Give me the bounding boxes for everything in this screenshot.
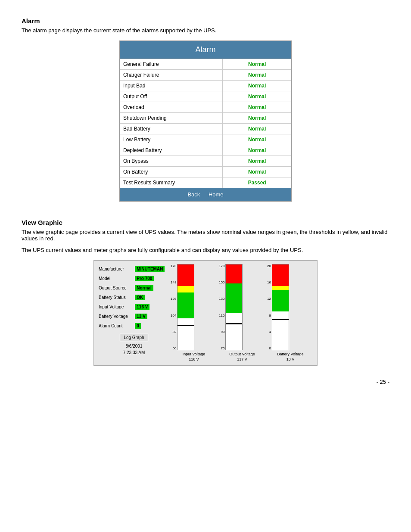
alarm-row: Depleted BatteryNormal: [120, 145, 291, 156]
alarm-panel: Alarm General FailureNormalCharger Failu…: [119, 40, 292, 202]
alarm-table: General FailureNormalCharger FailureNorm…: [120, 59, 291, 188]
view-graphic-desc2: The UPS current values and meter graphs …: [22, 247, 389, 253]
alarm-row: On BypassNormal: [120, 156, 291, 167]
info-label: Battery Voltage: [97, 311, 134, 321]
alarm-footer: Back Home: [120, 188, 291, 201]
alarm-status: Passed: [223, 177, 291, 188]
info-row: Input Voltage116 V: [97, 302, 171, 311]
alarm-row: General FailureNormal: [120, 59, 291, 70]
home-link[interactable]: Home: [209, 191, 224, 198]
info-row: Battery Voltage13 V: [97, 311, 171, 321]
chart-label: Output Voltage117 V: [229, 352, 255, 362]
y-axis: 201612840: [267, 264, 272, 350]
info-row: ManufacturerMINUTEMAN: [97, 264, 171, 274]
alarm-label: Charger Failure: [120, 70, 223, 81]
alarm-status: Normal: [223, 156, 291, 167]
log-btn-area: Log Graph 8/6/2001 7:23:33 AM: [97, 334, 171, 356]
alarm-label: On Bypass: [120, 156, 223, 167]
info-row: ModelPro 700: [97, 274, 171, 283]
alarm-row: Shutdown PendingNormal: [120, 113, 291, 124]
info-label: Manufacturer: [97, 264, 134, 274]
alarm-label: On Battery: [120, 167, 223, 177]
alarm-row: Output OffNormal: [120, 91, 291, 102]
alarm-title: Alarm: [22, 17, 389, 25]
info-value: 13 V: [134, 311, 171, 321]
chart-wrapper: 1701481261048260: [171, 264, 217, 350]
chart-column: 201612840Battery Voltage13 V: [267, 264, 314, 362]
alarm-label: Bad Battery: [120, 124, 223, 134]
info-value: MINUTEMAN: [134, 264, 171, 274]
info-label: Output Source: [97, 283, 134, 292]
alarm-label: Depleted Battery: [120, 145, 223, 156]
graphic-panel: ManufacturerMINUTEMANModelPro 700Output …: [93, 260, 318, 366]
alarm-row: Bad BatteryNormal: [120, 124, 291, 134]
bar-container: [177, 264, 194, 350]
bar-container: [225, 264, 243, 350]
alarm-label: Test Results Summary: [120, 177, 223, 188]
graphic-info-panel: ManufacturerMINUTEMANModelPro 700Output …: [97, 264, 171, 362]
bar-needle: [177, 325, 194, 326]
alarm-status: Normal: [223, 81, 291, 91]
log-date: 8/6/2001 7:23:33 AM: [97, 343, 171, 356]
alarm-desc: The alarm page displays the current stat…: [22, 27, 389, 34]
alarm-status: Normal: [223, 134, 291, 145]
info-value: OK: [134, 292, 171, 302]
info-label: Input Voltage: [97, 302, 134, 311]
alarm-status: Normal: [223, 102, 291, 113]
back-link[interactable]: Back: [187, 191, 200, 198]
info-table: ManufacturerMINUTEMANModelPro 700Output …: [97, 264, 171, 330]
y-axis: 1701481261048260: [171, 264, 177, 350]
alarm-row: Input BadNormal: [120, 81, 291, 91]
view-graphic-desc1: The view graphic page provides a current…: [22, 229, 389, 242]
info-label: Model: [97, 274, 134, 283]
bar-needle: [272, 319, 289, 320]
chart-column: 1701501301109070Output Voltage117 V: [219, 264, 265, 362]
view-graphic-section: View Graphic The view graphic page provi…: [22, 219, 389, 366]
alarm-status: Normal: [223, 113, 291, 124]
info-value: 116 V: [134, 302, 171, 311]
y-axis: 1701501301109070: [219, 264, 225, 350]
page-number: - 25 -: [22, 379, 389, 385]
alarm-status: Normal: [223, 59, 291, 70]
info-value: Pro 700: [134, 274, 171, 283]
alarm-row: Charger FailureNormal: [120, 70, 291, 81]
chart-wrapper: 201612840: [267, 264, 314, 350]
alarm-row: Low BatteryNormal: [120, 134, 291, 145]
alarm-status: Normal: [223, 145, 291, 156]
alarm-row: On BatteryNormal: [120, 167, 291, 177]
chart-wrapper: 1701501301109070: [219, 264, 265, 350]
chart-label: Input Voltage116 V: [183, 352, 206, 362]
alarm-section: Alarm The alarm page displays the curren…: [22, 17, 389, 202]
alarm-panel-header: Alarm: [120, 41, 291, 59]
info-value: Normal: [134, 283, 171, 292]
info-row: Battery StatusOK: [97, 292, 171, 302]
log-graph-button[interactable]: Log Graph: [120, 334, 148, 341]
alarm-status: Normal: [223, 167, 291, 177]
alarm-row: OverloadNormal: [120, 102, 291, 113]
info-label: Battery Status: [97, 292, 134, 302]
alarm-status: Normal: [223, 91, 291, 102]
info-label: Alarm Count: [97, 321, 134, 330]
alarm-label: Output Off: [120, 91, 223, 102]
chart-label: Battery Voltage13 V: [277, 352, 303, 362]
info-row: Alarm Count0: [97, 321, 171, 330]
alarm-label: Overload: [120, 102, 223, 113]
alarm-status: Normal: [223, 70, 291, 81]
alarm-label: Low Battery: [120, 134, 223, 145]
info-row: Output SourceNormal: [97, 283, 171, 292]
alarm-status: Normal: [223, 124, 291, 134]
view-graphic-title: View Graphic: [22, 219, 389, 226]
bar-container: [272, 264, 289, 350]
info-value: 0: [134, 321, 171, 330]
graphic-charts: 1701481261048260Input Voltage116 V170150…: [171, 264, 314, 362]
alarm-label: General Failure: [120, 59, 223, 70]
bar-needle: [226, 323, 242, 324]
alarm-row: Test Results SummaryPassed: [120, 177, 291, 188]
chart-column: 1701481261048260Input Voltage116 V: [171, 264, 217, 362]
alarm-label: Shutdown Pending: [120, 113, 223, 124]
alarm-label: Input Bad: [120, 81, 223, 91]
